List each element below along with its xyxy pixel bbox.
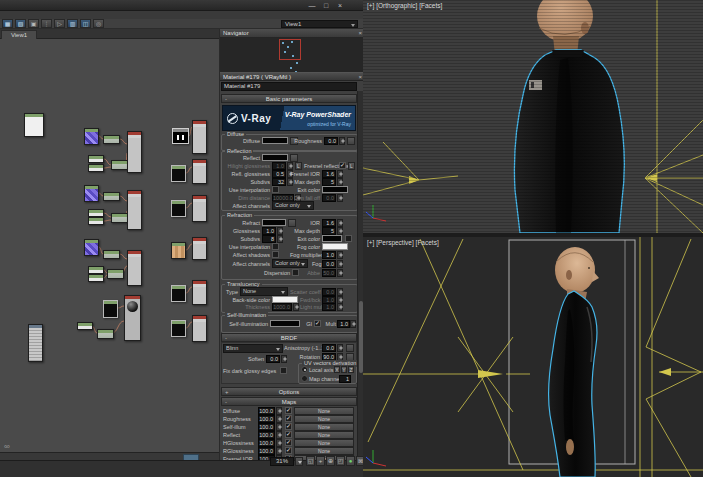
reflect-map-button[interactable]: [290, 154, 298, 162]
map-amount-field[interactable]: 100.0: [258, 447, 275, 455]
scatter-coeff-field[interactable]: 0.0: [322, 288, 336, 296]
abbe-field[interactable]: 50.0: [322, 269, 336, 277]
axis-x-button[interactable]: X: [334, 366, 340, 373]
refr-subdivs-field[interactable]: 8: [262, 235, 276, 243]
anisotropy-map-button[interactable]: [346, 344, 354, 352]
map-amount-field[interactable]: 100.0: [258, 423, 275, 431]
map-enable-checkbox[interactable]: ✓: [285, 431, 292, 438]
rollout-brdf[interactable]: - BRDF: [221, 333, 357, 342]
map-enable-checkbox[interactable]: ✓: [285, 423, 292, 430]
material-node-small[interactable]: [88, 274, 104, 282]
material-node-black[interactable]: [171, 200, 186, 217]
refr-exit-color-swatch[interactable]: [322, 235, 342, 242]
show-grid-icon[interactable]: ⋮: [41, 19, 52, 28]
axis-y-button[interactable]: Y: [341, 366, 347, 373]
hide-unused-nodeslots-icon[interactable]: ▷: [54, 19, 65, 28]
refract-color-swatch[interactable]: [262, 219, 286, 226]
refr-glossiness-spinner[interactable]: [277, 227, 283, 235]
viewport-label[interactable]: [+] [Orthographic] [Facets]: [367, 2, 442, 9]
material-node-black[interactable]: [171, 285, 186, 302]
material-node-sphere[interactable]: [124, 295, 141, 341]
zoom-percent-field[interactable]: 31%: [270, 457, 294, 466]
material-node-tall[interactable]: [192, 120, 207, 154]
zoom-region-icon[interactable]: ◰: [336, 456, 345, 466]
anisotropy-field[interactable]: 0.0: [322, 344, 336, 352]
abbe-spinner[interactable]: [337, 269, 343, 277]
roughness-spinner[interactable]: [339, 137, 345, 145]
map-none-button[interactable]: None: [294, 415, 354, 423]
material-node-small[interactable]: [88, 155, 104, 163]
render-state-icon[interactable]: ●: [346, 456, 355, 466]
hilight-glossiness-spinner[interactable]: [287, 162, 293, 170]
material-node-mid[interactable]: [103, 192, 120, 201]
material-node-bump[interactable]: [172, 128, 189, 144]
brdf-type-dropdown[interactable]: Blinn: [223, 344, 283, 353]
material-node-orange[interactable]: [171, 242, 186, 259]
material-node-mid[interactable]: [103, 250, 120, 259]
zoom-tool-icon[interactable]: ⊕: [326, 456, 335, 466]
map-enable-checkbox[interactable]: ✓: [285, 447, 292, 454]
material-node-tall[interactable]: [192, 195, 207, 222]
spline-gizmo-lines[interactable]: [363, 237, 703, 477]
pan-tool-icon[interactable]: +: [316, 456, 325, 466]
fog-multiplier-field[interactable]: 1.0: [322, 251, 336, 259]
light-multiplier-spinner[interactable]: [337, 303, 343, 311]
layout-children-icon[interactable]: ◫: [80, 19, 91, 28]
material-node-tall[interactable]: [192, 159, 207, 184]
material-node-white[interactable]: [24, 113, 44, 137]
material-node-small[interactable]: [88, 209, 104, 217]
fix-dark-glossy-edges-checkbox[interactable]: [280, 367, 287, 374]
thickness-field[interactable]: 1000.0: [272, 303, 292, 311]
refr-exit-color-checkbox[interactable]: [345, 235, 352, 242]
mult-field[interactable]: 1.0: [337, 320, 350, 328]
refr-affect-channels-dropdown[interactable]: Color only: [272, 259, 308, 268]
dispersion-checkbox[interactable]: [292, 269, 299, 276]
roughness-field[interactable]: 0.0: [324, 137, 338, 145]
gi-checkbox[interactable]: ✓: [314, 320, 321, 327]
refl-glossiness-field[interactable]: 0.5: [272, 170, 286, 178]
maximize-icon[interactable]: □: [320, 1, 332, 10]
soften-spinner[interactable]: [281, 355, 287, 363]
fog-multiplier-spinner[interactable]: [337, 251, 343, 259]
dim-falloff-field[interactable]: 0.0: [322, 194, 336, 202]
material-node-mid[interactable]: [111, 213, 128, 223]
reflect-color-swatch[interactable]: [262, 154, 288, 161]
material-node-black[interactable]: [171, 165, 186, 182]
map-amount-spinner[interactable]: [276, 407, 282, 415]
material-node-tall[interactable]: [192, 315, 207, 342]
scatter-coeff-spinner[interactable]: [337, 288, 343, 296]
backside-color-swatch[interactable]: [272, 296, 298, 303]
material-node-small[interactable]: [88, 164, 104, 172]
select-tool-icon[interactable]: ▦: [2, 19, 13, 28]
material-preview-icon[interactable]: ◎: [93, 19, 104, 28]
zoom-extents-icon[interactable]: ◱: [306, 456, 315, 466]
viewport-label[interactable]: [+] [Perspective] [Facets]: [367, 239, 439, 246]
affect-shadows-checkbox[interactable]: [272, 251, 279, 258]
material-node-mid[interactable]: [107, 269, 124, 279]
window-titlebar[interactable]: — □ ×: [0, 0, 363, 11]
fog-bias-spinner[interactable]: [337, 260, 343, 268]
max-depth-field[interactable]: 5: [322, 178, 336, 186]
map-amount-field[interactable]: 100.0: [258, 431, 275, 439]
rollout-maps[interactable]: - Maps: [221, 397, 357, 406]
character-model-back[interactable]: [514, 0, 624, 233]
map-channel-field[interactable]: 1: [339, 375, 351, 383]
canvas-horizontal-scrollbar[interactable]: [0, 452, 219, 460]
fog-bias-field[interactable]: 0.0: [322, 260, 336, 268]
navigator-map[interactable]: [220, 38, 364, 72]
map-channel-radio[interactable]: [301, 375, 308, 382]
material-node-tall[interactable]: [127, 190, 142, 230]
local-axis-radio[interactable]: [301, 366, 308, 373]
material-node-small[interactable]: [77, 322, 93, 330]
map-none-button[interactable]: None: [294, 439, 354, 447]
diffuse-color-swatch[interactable]: [262, 137, 288, 144]
thickness-spinner[interactable]: [293, 303, 299, 311]
node-canvas[interactable]: ∞: [0, 39, 219, 452]
material-node-black[interactable]: [103, 300, 118, 318]
zoom-dropdown-button[interactable]: [295, 457, 303, 466]
material-node-mid[interactable]: [111, 160, 128, 170]
material-node-mid[interactable]: [103, 135, 120, 144]
find-icon[interactable]: ∞: [4, 443, 10, 451]
material-header[interactable]: Material #179 ( VRayMtl ) ×: [220, 72, 364, 81]
translucency-type-dropdown[interactable]: None: [240, 287, 288, 296]
